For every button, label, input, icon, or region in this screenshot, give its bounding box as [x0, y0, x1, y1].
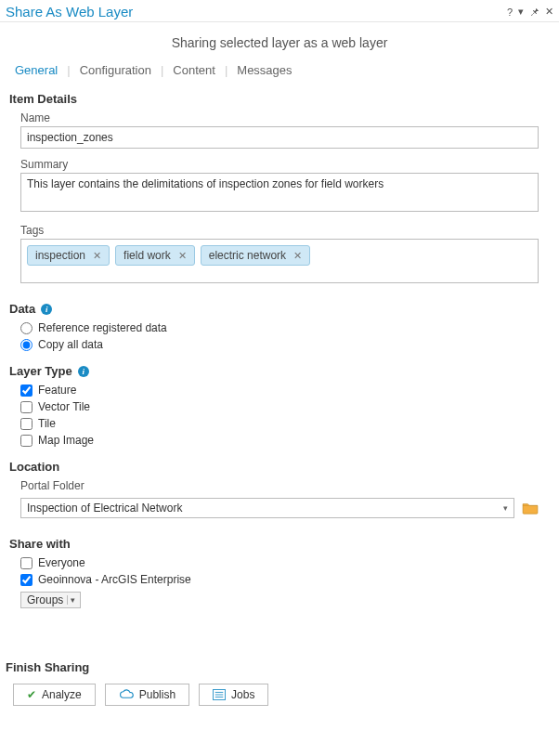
item-details-heading: Item Details: [0, 81, 559, 110]
data-option-copy[interactable]: Copy all data: [0, 336, 559, 353]
location-heading: Location: [0, 449, 559, 477]
tags-label: Tags: [20, 224, 539, 237]
radio-reference[interactable]: [20, 322, 32, 334]
summary-input[interactable]: [20, 173, 539, 212]
browse-folder-icon[interactable]: [522, 502, 539, 515]
checkbox-label: Tile: [38, 417, 56, 430]
share-org[interactable]: Geoinnova - ArcGIS Enterprise: [0, 571, 559, 588]
layer-type-heading: Layer Type: [9, 364, 72, 378]
layer-type-map-image[interactable]: Map Image: [0, 432, 559, 449]
share-everyone[interactable]: Everyone: [0, 554, 559, 571]
radio-copy[interactable]: [20, 339, 32, 351]
tag-text: electric network: [209, 249, 286, 262]
tag-text: inspection: [35, 249, 85, 262]
radio-label: Copy all data: [38, 338, 103, 351]
layer-type-feature[interactable]: Feature: [0, 382, 559, 398]
tag-chip[interactable]: inspection ✕: [27, 245, 110, 266]
button-label: Analyze: [42, 688, 82, 701]
list-icon: [213, 689, 226, 700]
finish-sharing-heading: Finish Sharing: [0, 649, 559, 678]
checkbox-label: Geoinnova - ArcGIS Enterprise: [38, 573, 191, 586]
tag-text: field work: [124, 249, 171, 262]
jobs-button[interactable]: Jobs: [199, 684, 268, 706]
tab-general[interactable]: General: [6, 59, 67, 81]
info-icon[interactable]: i: [41, 304, 52, 315]
tag-remove-icon[interactable]: ✕: [93, 250, 101, 262]
portal-folder-select[interactable]: Inspection of Electrical Network ▾: [20, 498, 514, 518]
tag-remove-icon[interactable]: ✕: [178, 250, 187, 262]
help-icon[interactable]: ?: [507, 7, 513, 18]
checkbox-feature[interactable]: [20, 385, 32, 397]
select-value: Inspection of Electrical Network: [27, 502, 182, 515]
button-label: Jobs: [231, 688, 254, 701]
portal-folder-label: Portal Folder: [20, 479, 539, 492]
page-subtitle: Sharing selected layer as a web layer: [0, 22, 559, 59]
tag-remove-icon[interactable]: ✕: [293, 250, 302, 262]
publish-button[interactable]: Publish: [105, 684, 189, 706]
layer-type-vector-tile[interactable]: Vector Tile: [0, 398, 559, 415]
name-label: Name: [20, 111, 539, 124]
radio-label: Reference registered data: [38, 321, 167, 334]
checkbox-label: Vector Tile: [38, 400, 90, 413]
analyze-button[interactable]: ✔ Analyze: [13, 684, 96, 706]
cloud-icon: [119, 689, 134, 700]
window-controls: ? ▾ 📌︎ ✕: [507, 6, 553, 18]
checkbox-label: Everyone: [38, 556, 85, 569]
tab-bar: General | Configuration | Content | Mess…: [0, 59, 559, 81]
checkbox-tile[interactable]: [20, 418, 32, 430]
info-icon[interactable]: i: [78, 366, 89, 377]
window-title: Share As Web Layer: [6, 4, 133, 20]
data-option-reference[interactable]: Reference registered data: [0, 319, 559, 336]
checkbox-label: Feature: [38, 384, 76, 397]
close-icon[interactable]: ✕: [545, 6, 553, 18]
chevron-down-icon: ▾: [503, 503, 508, 513]
menu-caret-icon[interactable]: ▾: [518, 6, 524, 18]
tag-chip[interactable]: field work ✕: [115, 245, 195, 266]
share-with-heading: Share with: [0, 526, 559, 554]
checkbox-everyone[interactable]: [20, 557, 32, 569]
tags-input[interactable]: inspection ✕ field work ✕ electric netwo…: [20, 239, 539, 283]
checkbox-label: Map Image: [38, 434, 94, 447]
button-label: Publish: [139, 688, 176, 701]
name-input[interactable]: [20, 126, 539, 149]
groups-dropdown[interactable]: Groups ▾: [20, 592, 81, 608]
layer-type-tile[interactable]: Tile: [0, 415, 559, 432]
summary-label: Summary: [20, 158, 539, 171]
checkbox-org[interactable]: [20, 574, 32, 586]
pin-icon[interactable]: 📌︎: [529, 7, 540, 18]
tag-chip[interactable]: electric network ✕: [201, 245, 310, 266]
checkbox-map-image[interactable]: [20, 435, 32, 447]
groups-label: Groups: [27, 593, 63, 606]
check-icon: ✔: [27, 688, 36, 701]
data-heading: Data: [9, 302, 35, 316]
tab-content[interactable]: Content: [163, 59, 225, 81]
chevron-down-icon: ▾: [67, 595, 78, 605]
checkbox-vector-tile[interactable]: [20, 401, 32, 413]
tab-configuration[interactable]: Configuration: [71, 59, 161, 81]
tab-messages[interactable]: Messages: [228, 59, 301, 81]
